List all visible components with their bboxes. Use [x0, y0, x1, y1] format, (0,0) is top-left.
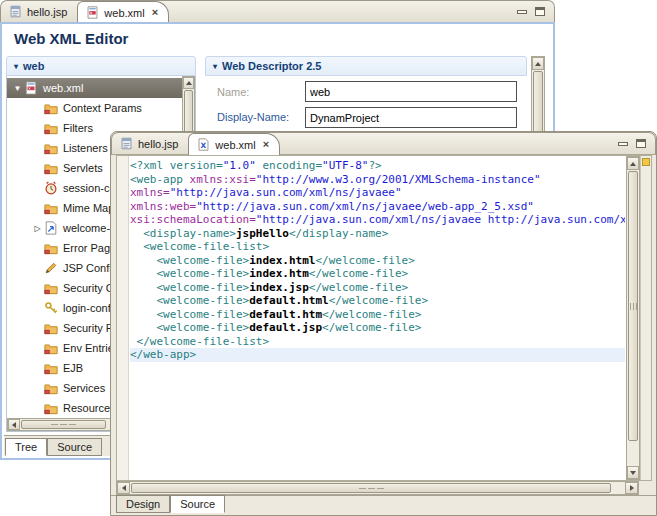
tree-item-label: web.xml [43, 82, 83, 94]
code-token: <welcome-file> [130, 267, 249, 280]
code-token: "http://java.sun.com/xml/ns/javaee" [170, 186, 402, 199]
close-icon[interactable]: × [263, 139, 269, 150]
tree-item-label: Listeners [63, 142, 108, 154]
scroll-up-button[interactable] [532, 57, 544, 70]
scrollbar-thumb[interactable] [628, 171, 638, 441]
code-line[interactable]: <welcome-file>default.htm</welcome-file> [130, 308, 625, 322]
code-line[interactable]: xsi:schemaLocation="http://java.sun.com/… [130, 213, 625, 227]
folder-icon [44, 241, 58, 255]
code-area[interactable]: <?xml version="1.0" encoding="UTF-8"?><w… [130, 156, 625, 480]
minimize-button[interactable] [618, 142, 628, 146]
code-token: "UTF-8" [322, 159, 368, 172]
code-line[interactable]: <?xml version="1.0" encoding="UTF-8"?> [130, 159, 625, 173]
minimize-icon [618, 142, 628, 146]
tab-hello-jsp[interactable]: hello.jsp [1, 1, 77, 22]
tree-item-label: Services [63, 382, 105, 394]
svg-text:X: X [201, 141, 207, 150]
back-editor-tab-bar: hello.jsp web.xml × [0, 0, 555, 23]
tree-item-web-xml[interactable]: ▼web.xml [7, 78, 182, 98]
tab-label: web.xml [215, 139, 255, 151]
scroll-up-button[interactable] [183, 77, 194, 89]
code-token: index.html [249, 254, 315, 267]
annotation-marker-icon[interactable] [642, 158, 650, 166]
descriptor-section-header[interactable]: ▾ Web Descriptor 2.5 [205, 56, 527, 76]
code-token: "http://www.w3.org/2001/XMLSchema-instan… [256, 173, 541, 186]
scrollbar-thumb[interactable] [21, 420, 106, 429]
display-name-field[interactable] [305, 107, 517, 128]
code-line[interactable]: xmlns:web="http://java.sun.com/xml/ns/ja… [130, 200, 625, 214]
annotation-ruler[interactable] [117, 156, 129, 480]
chevron-down-icon: ▾ [213, 62, 217, 71]
tab-web-xml[interactable]: web.xml × [77, 1, 169, 23]
tab-hello-jsp-front[interactable]: hello.jsp [112, 133, 188, 154]
minimize-button[interactable] [517, 10, 527, 14]
code-line[interactable]: <welcome-file>index.html</welcome-file> [130, 254, 625, 268]
close-icon[interactable]: × [152, 7, 158, 18]
scroll-up-button[interactable] [627, 157, 639, 170]
restore-button[interactable] [535, 7, 545, 16]
code-token: xmlns:web= [130, 200, 196, 213]
editor-horizontal-scrollbar[interactable] [116, 481, 639, 495]
descriptor-section-label: Web Descriptor 2.5 [222, 60, 321, 72]
tab-web-xml-front[interactable]: X web.xml × [188, 133, 280, 155]
code-token: "http://java.sun.com/xml/ns/javaee/web-a… [196, 200, 534, 213]
arrow-left-icon [122, 485, 126, 491]
overview-ruler[interactable] [640, 156, 651, 480]
scroll-left-button[interactable] [117, 482, 130, 494]
tree-section-label: web [23, 60, 44, 72]
scroll-down-button[interactable] [627, 466, 639, 479]
arrow-up-icon [186, 81, 192, 85]
code-token: xmlns= [130, 186, 170, 199]
page-title: Web XML Editor [14, 30, 128, 47]
name-field[interactable] [305, 81, 517, 102]
code-token: ?> [368, 159, 381, 172]
front-editor-tab-bar: hello.jsp X web.xml × [111, 132, 656, 155]
tab-label: Source [180, 498, 215, 510]
code-token: encoding= [256, 159, 322, 172]
display-name-field-label: Display-Name: [217, 111, 289, 123]
minimize-icon [517, 10, 527, 14]
restore-button[interactable] [636, 139, 646, 148]
editor-vertical-scrollbar[interactable] [626, 156, 640, 480]
tree-section-header[interactable]: ▾ web [6, 56, 196, 76]
code-token: </welcome-file-list> [130, 335, 269, 348]
code-token: <web-app [130, 173, 190, 186]
code-line[interactable]: <welcome-file>default.html</welcome-file… [130, 294, 625, 308]
folder-icon [44, 201, 58, 215]
code-token: "http://java.sun.com/xml/ns/javaee http:… [256, 213, 625, 226]
code-token: <welcome-file> [130, 281, 249, 294]
code-token: </welcome-file> [309, 281, 408, 294]
tree-item-label: Resources [63, 402, 116, 414]
front-window-buttons [618, 133, 655, 154]
folder-icon [44, 281, 58, 295]
code-line[interactable]: <welcome-file>index.htm</welcome-file> [130, 267, 625, 281]
tree-item-context-params[interactable]: Context Params [7, 98, 182, 118]
code-token: </welcome-file> [322, 321, 421, 334]
scroll-right-button[interactable] [625, 482, 638, 494]
code-line[interactable]: <welcome-file>default.jsp</welcome-file> [130, 321, 625, 335]
tab-source-back[interactable]: Source [47, 438, 102, 456]
scroll-left-button[interactable] [8, 419, 20, 430]
code-token: <welcome-file> [130, 254, 249, 267]
restore-icon [535, 7, 545, 16]
expander-icon[interactable]: ▷ [31, 224, 44, 233]
scrollbar-thumb[interactable] [131, 483, 611, 493]
tab-label: Source [57, 441, 92, 453]
name-field-label: Name: [217, 86, 249, 98]
code-line[interactable]: <welcome-file>index.jsp</welcome-file> [130, 281, 625, 295]
code-line[interactable]: <web-app xmlns:xsi="http://www.w3.org/20… [130, 173, 625, 187]
expander-icon[interactable]: ▼ [11, 84, 24, 93]
code-line[interactable]: xmlns="http://java.sun.com/xml/ns/javaee… [130, 186, 625, 200]
tab-design[interactable]: Design [116, 495, 170, 513]
code-line[interactable]: </welcome-file-list> [130, 335, 625, 349]
code-line[interactable]: <welcome-file-list> [130, 240, 625, 254]
tab-label: Tree [15, 441, 37, 453]
code-line[interactable]: <display-name>jspHello</display-name> [130, 227, 625, 241]
code-token: </display-name> [289, 227, 388, 240]
code-token: default.htm [249, 308, 322, 321]
tab-source-front[interactable]: Source [170, 495, 225, 513]
code-token: </welcome-file> [322, 308, 421, 321]
tab-tree[interactable]: Tree [5, 438, 47, 456]
folder-icon [44, 341, 58, 355]
code-line[interactable]: </web-app> [130, 348, 625, 362]
